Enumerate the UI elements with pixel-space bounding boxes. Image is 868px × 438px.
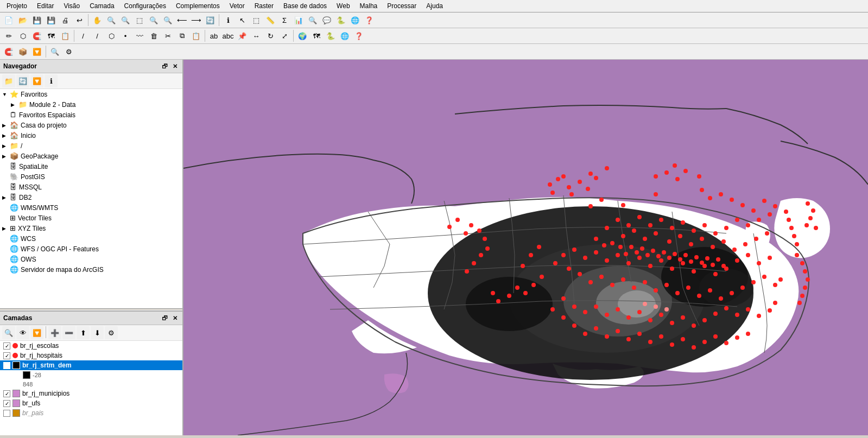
menu-projeto[interactable]: Projeto — [2, 1, 31, 11]
menu-malha[interactable]: Malha — [356, 1, 382, 11]
layer-br-rj-escolas[interactable]: br_rj_escolas — [0, 341, 182, 351]
menu-editar[interactable]: Editar — [33, 1, 58, 11]
layer-add-btn[interactable]: ➕ — [48, 326, 61, 339]
python-btn[interactable]: 🐍 — [334, 14, 347, 27]
nav-item-xyz[interactable]: ▶ ⊞ XYZ Tiles — [0, 223, 182, 233]
menu-ajuda[interactable]: Ajuda — [422, 1, 447, 11]
measure-btn[interactable]: 📏 — [264, 14, 277, 27]
nav-item-module2[interactable]: ▶ 📁 Module 2 - Data — [0, 99, 182, 110]
stats-btn[interactable]: Σ — [278, 14, 291, 27]
nav-item-vector-tiles[interactable]: ⊞ Vector Tiles — [0, 213, 182, 223]
web2-btn[interactable]: 🌐 — [338, 29, 351, 42]
menu-base-de-dados[interactable]: Base de dados — [279, 1, 331, 11]
globe2-btn[interactable]: 🌍 — [296, 29, 309, 42]
refresh-btn[interactable]: 🔄 — [204, 14, 217, 27]
layers-minimize-icon[interactable]: 🗗 — [160, 314, 169, 322]
zoom-full-btn[interactable]: 🔍 — [161, 14, 174, 27]
save-btn[interactable]: 💾 — [30, 14, 43, 27]
layer-settings-btn[interactable]: ⚙ — [105, 326, 118, 339]
geom-btn[interactable]: 🗺 — [45, 29, 58, 42]
copy-btn[interactable]: ⧉ — [175, 29, 188, 42]
filter-btn[interactable]: 🔽 — [30, 45, 43, 58]
nav-item-espaciais[interactable]: 🗒 Favoritos Espaciais — [0, 110, 182, 120]
map2-btn[interactable]: 🗺 — [310, 29, 323, 42]
layer-filter-btn[interactable]: 🔽 — [30, 326, 43, 339]
help-btn[interactable]: ❓ — [363, 14, 376, 27]
scale-btn[interactable]: ⤢ — [278, 29, 291, 42]
nav-item-wcs[interactable]: 🌐 WCS — [0, 233, 182, 244]
layer-open-btn[interactable]: 🔍 — [2, 326, 15, 339]
select-btn[interactable]: ↖ — [236, 14, 249, 27]
zoom-select-btn[interactable]: ⬚ — [133, 14, 146, 27]
layer-br-ufs[interactable]: br_ufs — [0, 398, 182, 408]
menu-web[interactable]: Web — [332, 1, 354, 11]
nav-info-btn[interactable]: ℹ — [45, 74, 58, 87]
menu-vetor[interactable]: Vetor — [225, 1, 249, 11]
arc-btn[interactable]: / — [91, 29, 104, 42]
nav-filter-btn[interactable]: 🔽 — [30, 74, 43, 87]
attr-btn[interactable]: 📋 — [59, 29, 72, 42]
prev-zoom-btn[interactable]: ⟵ — [175, 14, 188, 27]
help2-btn[interactable]: ❓ — [352, 29, 365, 42]
next-zoom-btn[interactable]: ⟶ — [189, 14, 202, 27]
save-as-btn[interactable]: 💾 — [45, 14, 58, 27]
print-btn[interactable]: 🖨 — [59, 14, 72, 27]
layer-br-rj-municipios[interactable]: br_rj_municipios — [0, 389, 182, 398]
tip-btn[interactable]: 💬 — [320, 14, 333, 27]
freehand-btn[interactable]: 〰 — [133, 29, 146, 42]
menu-camada[interactable]: Camada — [85, 1, 118, 11]
globe-btn[interactable]: 🌐 — [349, 14, 362, 27]
geoproc-btn[interactable]: ⚙ — [62, 45, 75, 58]
nav-close-icon[interactable]: ✕ — [170, 62, 179, 71]
pan-btn[interactable]: ✋ — [91, 14, 104, 27]
layer-checkbox-ufs[interactable] — [3, 400, 10, 407]
nav-refresh-btn[interactable]: 🔄 — [16, 74, 29, 87]
map-area[interactable] — [183, 60, 868, 435]
menu-raster[interactable]: Raster — [250, 1, 278, 11]
layer-down-btn[interactable]: ⬇ — [91, 326, 104, 339]
nav-item-wms[interactable]: 🌐 WMS/WMTS — [0, 202, 182, 213]
python2-btn[interactable]: 🐍 — [324, 29, 337, 42]
layer-checkbox-escolas[interactable] — [3, 342, 10, 350]
snap2-btn[interactable]: 🧲 — [2, 45, 15, 58]
layer-visible-btn[interactable]: 👁 — [16, 326, 29, 339]
nav-item-geopackage[interactable]: ▶ 📦 GeoPackage — [0, 151, 182, 161]
layer-snap-btn[interactable]: 📦 — [16, 45, 29, 58]
nav-item-inicio[interactable]: ▶ 🏠 Inicio — [0, 130, 182, 141]
undo-btn[interactable]: ↩ — [73, 14, 86, 27]
info-btn[interactable]: ℹ — [221, 14, 235, 27]
node-btn[interactable]: ⬡ — [16, 29, 29, 42]
pin-btn[interactable]: 📌 — [236, 29, 249, 42]
menu-processar[interactable]: Processar — [383, 1, 421, 11]
search-btn[interactable]: 🔍 — [306, 14, 319, 27]
layer-up-btn[interactable]: ⬆ — [77, 326, 90, 339]
digitize-btn[interactable]: / — [77, 29, 90, 42]
deselect-btn[interactable]: ⬚ — [250, 14, 263, 27]
chart-btn[interactable]: 📊 — [292, 14, 305, 27]
locate-btn[interactable]: 🔍 — [48, 45, 61, 58]
move-btn[interactable]: ↔ — [250, 29, 263, 42]
point-btn[interactable]: • — [119, 29, 132, 42]
nav-item-wfs[interactable]: 🌐 WFS / OGC API - Features — [0, 244, 182, 254]
zoom-in-btn[interactable]: 🔍 — [105, 14, 118, 27]
polygon-btn[interactable]: ⬡ — [105, 29, 118, 42]
nav-item-postgis[interactable]: 🐘 PostGIS — [0, 172, 182, 182]
nav-minimize-icon[interactable]: 🗗 — [160, 62, 169, 71]
nav-item-casa[interactable]: ▶ 🏠 Casa do projeto — [0, 120, 182, 130]
edit-btn[interactable]: ✏ — [2, 29, 15, 42]
new-project-btn[interactable]: 📄 — [2, 14, 15, 27]
menu-visao[interactable]: Visão — [59, 1, 84, 11]
nav-item-mssql[interactable]: 🗄 MSSQL — [0, 182, 182, 192]
nav-new-bookmark-btn[interactable]: 📁 — [2, 74, 15, 87]
zoom-layer-btn[interactable]: 🔍 — [147, 14, 160, 27]
layers-close-icon[interactable]: ✕ — [170, 314, 179, 322]
nav-item-ows[interactable]: 🌐 OWS — [0, 254, 182, 264]
open-btn[interactable]: 📂 — [16, 14, 29, 27]
layer-checkbox-hospitais[interactable] — [3, 352, 10, 359]
layer-br-rj-srtm-dem[interactable]: br_rj_srtm_dem — [0, 360, 182, 370]
layer-br-pais[interactable]: br_pais — [0, 408, 182, 418]
snap-btn[interactable]: 🧲 — [30, 29, 43, 42]
cut-btn[interactable]: ✂ — [161, 29, 174, 42]
layer-br-rj-hospitais[interactable]: br_rj_hospitais — [0, 351, 182, 360]
nav-item-spatialite[interactable]: 🗄 SpatiaLite — [0, 161, 182, 172]
